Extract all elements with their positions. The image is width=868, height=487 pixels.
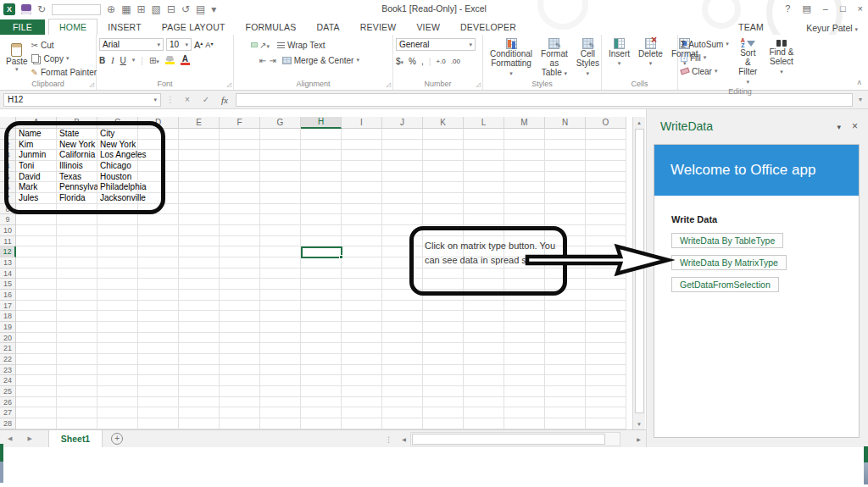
- cell-E9[interactable]: [179, 214, 220, 225]
- cell-I8[interactable]: [342, 204, 382, 215]
- cell-E12[interactable]: [179, 246, 220, 257]
- cell-J1[interactable]: [382, 129, 423, 140]
- cell-K17[interactable]: [423, 301, 464, 312]
- cell-C24[interactable]: [97, 375, 138, 386]
- column-header-k[interactable]: K: [423, 117, 464, 129]
- horizontal-scrollbar[interactable]: ⋮ ◀ ▶: [380, 430, 645, 448]
- cell-O28[interactable]: [586, 418, 626, 429]
- cell-I24[interactable]: [342, 375, 382, 386]
- cell-J23[interactable]: [382, 365, 423, 376]
- cell-D26[interactable]: [138, 397, 179, 408]
- cell-D16[interactable]: [138, 290, 179, 301]
- cell-F10[interactable]: [220, 225, 260, 236]
- cell-K3[interactable]: [423, 150, 464, 161]
- shrink-font-button[interactable]: A▾: [205, 41, 213, 49]
- cell-D14[interactable]: [138, 268, 179, 279]
- cell-C20[interactable]: [97, 333, 138, 344]
- cell-D17[interactable]: [138, 301, 179, 312]
- cell-L8[interactable]: [464, 204, 504, 215]
- column-header-m[interactable]: M: [504, 117, 545, 129]
- cell-N18[interactable]: [545, 311, 586, 322]
- cell-D9[interactable]: [138, 214, 179, 225]
- next-sheet-icon[interactable]: ▶: [19, 435, 39, 442]
- column-header-e[interactable]: E: [179, 117, 220, 129]
- cell-C19[interactable]: [97, 322, 138, 333]
- cell-I2[interactable]: [342, 140, 382, 151]
- cell-N2[interactable]: [545, 140, 586, 151]
- row-header-22[interactable]: 22: [0, 354, 16, 365]
- cell-J26[interactable]: [382, 397, 423, 408]
- design-mode-icon[interactable]: ▧: [152, 3, 161, 15]
- cell-O19[interactable]: [586, 322, 626, 333]
- cell-J24[interactable]: [382, 375, 423, 386]
- cell-A27[interactable]: [16, 407, 57, 418]
- cell-E14[interactable]: [179, 268, 220, 279]
- cell-I16[interactable]: [342, 290, 382, 301]
- previous-sheet-icon[interactable]: ◀: [0, 435, 19, 442]
- cell-J5[interactable]: [382, 172, 423, 183]
- row-header-20[interactable]: 20: [0, 333, 16, 344]
- cell-O27[interactable]: [586, 407, 626, 418]
- writedata-by-matrixtype-button[interactable]: WriteData By MatrixType: [671, 255, 787, 270]
- cell-E8[interactable]: [179, 204, 220, 215]
- cell-I22[interactable]: [342, 354, 382, 365]
- tab-team[interactable]: TEAM: [728, 19, 774, 35]
- cell-D22[interactable]: [138, 354, 179, 365]
- sheet-tab-sheet1[interactable]: Sheet1: [48, 430, 103, 448]
- cell-O25[interactable]: [586, 386, 626, 397]
- cell-N25[interactable]: [545, 386, 586, 397]
- cell-C23[interactable]: [97, 365, 138, 376]
- cell-N1[interactable]: [545, 129, 586, 140]
- cell-N7[interactable]: [545, 193, 586, 204]
- cell-I7[interactable]: [342, 193, 382, 204]
- cell-N17[interactable]: [545, 301, 586, 312]
- cell-H17[interactable]: [301, 301, 342, 312]
- column-header-g[interactable]: G: [260, 117, 301, 129]
- cell-C18[interactable]: [97, 311, 138, 322]
- scroll-right-icon[interactable]: ▶: [632, 432, 645, 446]
- cell-B17[interactable]: [57, 301, 97, 312]
- cell-I20[interactable]: [342, 333, 382, 344]
- tab-file[interactable]: FILE: [0, 19, 45, 35]
- cell-J2[interactable]: [382, 140, 423, 151]
- cell-J20[interactable]: [382, 333, 423, 344]
- cell-C22[interactable]: [97, 354, 138, 365]
- cell-I3[interactable]: [342, 150, 382, 161]
- cell-O17[interactable]: [586, 301, 626, 312]
- tab-insert[interactable]: INSERT: [97, 19, 152, 35]
- number-format-select[interactable]: General▾: [396, 38, 476, 51]
- cell-B24[interactable]: [57, 375, 97, 386]
- cell-C9[interactable]: [97, 214, 138, 225]
- cell-F6[interactable]: [220, 182, 260, 193]
- cell-G6[interactable]: [260, 182, 301, 193]
- bold-button[interactable]: B: [99, 56, 105, 65]
- cell-C16[interactable]: [97, 290, 138, 301]
- cell-I28[interactable]: [342, 418, 382, 429]
- cell-L28[interactable]: [464, 418, 504, 429]
- column-header-n[interactable]: N: [545, 117, 586, 129]
- cell-C14[interactable]: [97, 268, 138, 279]
- cell-N4[interactable]: [545, 161, 586, 172]
- cell-O7[interactable]: [586, 193, 626, 204]
- cell-I27[interactable]: [342, 407, 382, 418]
- cell-N5[interactable]: [545, 172, 586, 183]
- cell-I26[interactable]: [342, 397, 382, 408]
- cell-H4[interactable]: [301, 161, 342, 172]
- autosum-button[interactable]: ΣAutoSum▾: [681, 37, 729, 51]
- cell-H10[interactable]: [301, 225, 342, 236]
- cell-N8[interactable]: [545, 204, 586, 215]
- cell-E11[interactable]: [179, 236, 220, 247]
- cell-O16[interactable]: [586, 290, 626, 301]
- cell-J6[interactable]: [382, 182, 423, 193]
- cell-I17[interactable]: [342, 301, 382, 312]
- cell-F27[interactable]: [220, 407, 260, 418]
- tab-page-layout[interactable]: PAGE LAYOUT: [152, 19, 236, 35]
- cell-F22[interactable]: [220, 354, 260, 365]
- cell-M9[interactable]: [504, 214, 545, 225]
- cell-M23[interactable]: [504, 365, 545, 376]
- cell-E16[interactable]: [179, 290, 220, 301]
- name-box[interactable]: H12▾: [3, 93, 161, 107]
- row-header-21[interactable]: 21: [0, 343, 16, 354]
- cell-O4[interactable]: [586, 161, 626, 172]
- cell-M18[interactable]: [504, 311, 545, 322]
